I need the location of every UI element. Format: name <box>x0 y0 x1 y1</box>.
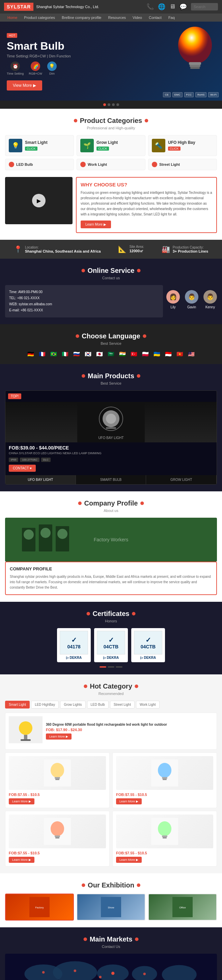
cert-dot-3[interactable] <box>116 666 122 668</box>
category-smart-light[interactable]: 💡 Smart Light CLICK <box>5 135 74 156</box>
nav-contact[interactable]: Contact <box>146 14 165 22</box>
flag-jp[interactable]: 🇯🇵 <box>95 350 104 357</box>
title-dot-left: ● <box>73 116 78 125</box>
hot-tab-highbay[interactable]: LED HighBay <box>31 701 59 708</box>
main-products-title: ● Main Products ● <box>5 371 217 380</box>
exhibit-item-2[interactable]: Show <box>76 894 146 921</box>
cert-img-2: ✓ 04CTB <box>97 631 125 654</box>
nav-company[interactable]: Brelline company profile <box>59 14 105 22</box>
hot-card-2-btn[interactable]: Learn More ▶ <box>116 798 142 804</box>
hot-category-title: ● Hot Category ● <box>5 681 217 690</box>
hot-large-learn-more[interactable]: Learn More ▶ <box>46 733 71 740</box>
hot-card-1-btn[interactable]: Learn More ▶ <box>9 798 35 804</box>
category-street-light[interactable]: Street Light <box>148 159 217 170</box>
cert-dot-2[interactable] <box>108 666 114 668</box>
contact-kenny[interactable]: 👨 Kenny <box>203 290 217 317</box>
flag-kr[interactable]: 🇰🇷 <box>83 350 93 357</box>
category-led-bulb[interactable]: LED Bulb <box>5 159 74 170</box>
hot-tab-grow[interactable]: Grow Lights <box>60 701 86 708</box>
grow-light-label: Grow Light <box>97 140 118 145</box>
flag-ru[interactable]: 🇷🇺 <box>72 350 81 357</box>
dot-1[interactable] <box>103 103 106 106</box>
logo: SYLSTAR <box>4 3 33 11</box>
view-more-button[interactable]: View More ▶ <box>7 80 42 91</box>
svg-point-50 <box>111 972 114 975</box>
flag-de[interactable]: 🇩🇪 <box>26 350 35 357</box>
flag-id[interactable]: 🇮🇩 <box>163 350 173 357</box>
nav-resources[interactable]: Resources <box>105 14 129 22</box>
play-button[interactable]: ▶ <box>32 194 46 207</box>
hot-tab-led[interactable]: LED Bulb <box>87 701 109 708</box>
flag-ua[interactable]: 🇺🇦 <box>152 350 162 357</box>
flag-sa[interactable]: 🇸🇦 <box>106 350 116 357</box>
cert-brand-2: ▷ DEKRA <box>97 656 125 660</box>
chat-icon[interactable]: 💬 <box>179 3 187 11</box>
exhibit-item-1[interactable]: Factory <box>5 894 74 921</box>
exhibit-item-3[interactable]: Office <box>148 894 217 921</box>
nav-home[interactable]: Home <box>4 14 21 22</box>
hero-badges: CE EMC FCC RoHS Wi-Fi <box>163 92 219 97</box>
cert-logo-1: ✓ <box>71 636 77 644</box>
cert-dot-1[interactable] <box>100 666 106 668</box>
flag-vn[interactable]: 🇻🇳 <box>175 350 184 357</box>
dot-3[interactable] <box>112 103 115 106</box>
stat-area-value: 12000㎡ <box>129 248 144 254</box>
cert-logo-2: ✓ <box>108 636 114 644</box>
contact-lily[interactable]: 👩 Lily <box>166 290 180 317</box>
nav-products[interactable]: Product categories <box>21 14 59 22</box>
tab-smart[interactable]: SMART BULB <box>76 475 146 484</box>
main-products-subtitle: Best Service <box>5 381 217 385</box>
flag-pl[interactable]: 🇵🇱 <box>141 350 150 357</box>
hot-card-4-img <box>116 815 213 848</box>
wifi-badge: Wi-Fi <box>208 92 219 97</box>
email-value: +86 021-XXXX <box>21 308 43 312</box>
category-work-light[interactable]: Work Light <box>76 159 146 170</box>
tab-grow[interactable]: GROW LIGHT <box>146 475 217 484</box>
product-contact-button[interactable]: CONTACT ♥ <box>9 465 36 472</box>
flag-fr[interactable]: 🇫🇷 <box>38 350 47 357</box>
hot-tab-work[interactable]: Work Light <box>136 701 160 708</box>
tab-ufo[interactable]: UFO BAY LIGHT <box>5 475 76 484</box>
stat-area: 📐 Site Area: 12000㎡ <box>118 245 144 254</box>
svg-rect-37 <box>163 837 166 838</box>
contact-gavin[interactable]: 👨 Gavin <box>185 290 198 317</box>
category-ufo-highbay[interactable]: 🔦 UFO High Bay CLICK <box>148 135 217 156</box>
hero-bulb-image <box>175 25 215 72</box>
online-title-text: Online Service <box>88 267 135 274</box>
stat-location-value: Shanghai China, Southeast Asia and Afric… <box>25 249 101 253</box>
hot-tab-smart[interactable]: Smart Light <box>5 701 30 708</box>
nav-video[interactable]: Video <box>129 14 146 22</box>
search-input[interactable] <box>191 3 218 11</box>
flag-my[interactable]: 🇲🇾 <box>187 350 196 357</box>
flag-in[interactable]: 🇮🇳 <box>118 350 127 357</box>
online-service-section: ● Online Service ● Contact us Time: AM9:… <box>0 259 222 324</box>
hot-tab-street[interactable]: Street Light <box>110 701 135 708</box>
hero-banner: HOT Smart Bulb Time Setting| RGB+CW | Di… <box>0 22 222 101</box>
svg-rect-20 <box>24 735 27 740</box>
category-grid-row2: LED Bulb Work Light Street Light <box>5 159 217 170</box>
feature-rgb: 🌈 RGB+CW <box>29 62 42 75</box>
hot-card-4-btn[interactable]: Learn More ▶ <box>116 857 142 863</box>
desktop-icon[interactable]: 🖥 <box>170 3 176 11</box>
nav-faq[interactable]: Faq <box>165 14 178 22</box>
hot-card-3-btn[interactable]: Learn More ▶ <box>9 857 35 863</box>
why-learn-more-button[interactable]: Learn More ▶ <box>81 221 111 228</box>
hot-card-3-img <box>9 815 106 848</box>
company-profile-box: COMPANY PROFILE Shanghai sylstar provide… <box>5 562 217 595</box>
flag-it[interactable]: 🇮🇹 <box>60 350 70 357</box>
dot-2[interactable] <box>108 103 110 106</box>
smart-light-icon: 💡 <box>9 139 22 152</box>
dot-4[interactable] <box>116 103 119 106</box>
ufo-highbay-icon: 🔦 <box>152 139 165 152</box>
hot-card-2-price: FOB:$7.55 - $10.5 <box>116 792 213 797</box>
category-grow-light[interactable]: 🌱 Grow Light CLICK <box>76 135 146 156</box>
hot-large-card: 360 Degree 60W portable flood light rech… <box>5 713 217 750</box>
globe-icon[interactable]: 🌐 <box>158 3 165 11</box>
flag-br[interactable]: 🇧🇷 <box>49 350 59 357</box>
time-label: Time Setting <box>7 72 24 75</box>
why-video-thumbnail[interactable]: ▶ <box>5 177 73 224</box>
phone-icon[interactable]: 📞 <box>146 3 154 11</box>
hot-card-2: FOB:$7.55 - $10.5 Learn More ▶ <box>113 752 217 808</box>
flag-tr[interactable]: 🇹🇷 <box>129 350 139 357</box>
fcc-badge: FCC <box>184 92 193 97</box>
